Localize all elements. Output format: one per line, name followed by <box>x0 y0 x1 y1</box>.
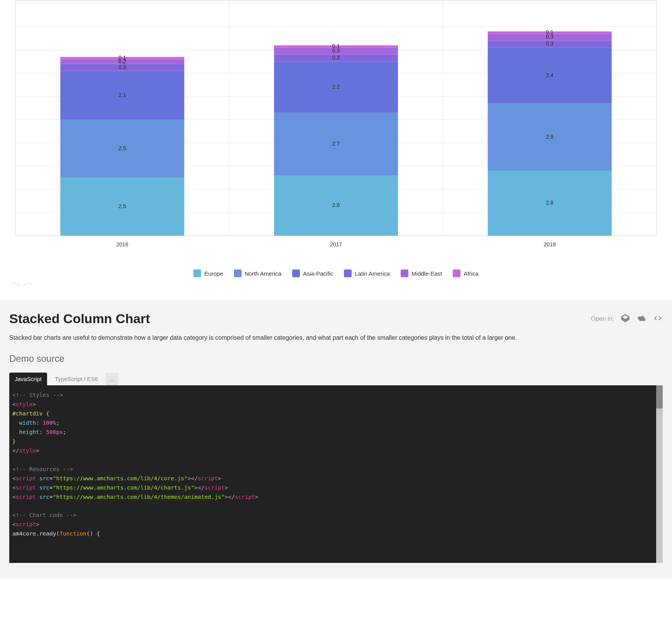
bar-value-label: 2.7 <box>332 141 340 147</box>
bar-value-label: 0.3 <box>118 64 126 70</box>
bar-value-label: 2.8 <box>546 200 554 206</box>
chart-svg: 2.52.52.10.30.20.120162.62.72.20.30.30.1… <box>12 0 660 263</box>
jsfiddle-icon[interactable] <box>636 313 647 325</box>
open-in-label: Open in: <box>591 315 614 322</box>
code-scrollthumb[interactable] <box>656 385 663 408</box>
legend-label: Middle-East <box>411 270 442 277</box>
legend-item[interactable]: Asia-Pacific <box>292 269 333 277</box>
chart-section: 2.52.52.10.30.20.120162.62.72.20.30.30.1… <box>0 0 672 300</box>
x-axis-label: 2018 <box>544 241 556 247</box>
bar-value-label: 0.1 <box>546 29 554 35</box>
bar-value-label: 2.4 <box>546 72 554 78</box>
legend-label: North America <box>245 270 281 277</box>
x-axis-label: 2017 <box>330 241 342 247</box>
tab-javascript[interactable]: JavaScript <box>9 373 47 385</box>
codepen-icon[interactable] <box>620 313 630 325</box>
chart-legend: EuropeNorth AmericaAsia-PacificLatin Ame… <box>12 269 660 277</box>
chart-description: Stacked bar charts are useful to demonst… <box>9 333 663 342</box>
bar-value-label: 0.3 <box>332 54 340 61</box>
legend-swatch <box>453 269 460 277</box>
open-in-bar: Open in: <box>591 313 663 325</box>
source-tabs: JavaScript TypeScript / ES6 ... <box>9 373 663 385</box>
legend-swatch <box>344 269 352 277</box>
legend-label: Europe <box>204 270 223 277</box>
info-section: Stacked Column Chart Open in: Stacked ba… <box>0 300 672 578</box>
legend-item[interactable]: North America <box>234 269 281 277</box>
legend-item[interactable]: Europe <box>193 269 223 277</box>
tab-typescript[interactable]: TypeScript / ES6 <box>49 373 103 385</box>
bar-value-label: 0.1 <box>332 43 340 49</box>
bar-value-label: 2.2 <box>332 84 340 90</box>
x-axis-label: 2016 <box>116 241 128 247</box>
legend-label: Asia-Pacific <box>303 270 333 277</box>
legend-swatch <box>292 269 300 277</box>
bar-value-label: 2.1 <box>118 92 126 98</box>
bar-value-label: 0.3 <box>546 41 554 47</box>
tab-more[interactable]: ... <box>106 373 118 385</box>
demo-source-heading: Demo source <box>9 353 663 364</box>
bar-value-label: 2.6 <box>332 202 340 208</box>
code-panel[interactable]: <!-- Styles --> <style> #chartdiv { widt… <box>9 385 663 563</box>
stacked-column-chart[interactable]: 2.52.52.10.30.20.120162.62.72.20.30.30.1… <box>12 0 660 263</box>
legend-item[interactable]: Latin America <box>344 269 390 277</box>
code-scrollbar[interactable] <box>656 385 663 563</box>
legend-item[interactable]: Middle-East <box>401 269 442 277</box>
legend-label: Africa <box>464 270 478 277</box>
source-code: <!-- Styles --> <style> #chartdiv { widt… <box>12 391 660 539</box>
amcharts-logo-icon[interactable] <box>12 280 660 288</box>
legend-swatch <box>193 269 201 277</box>
legend-swatch <box>234 269 242 277</box>
bar-value-label: 2.5 <box>118 203 126 209</box>
bar-value-label: 2.5 <box>118 145 126 151</box>
legend-label: Latin America <box>355 270 390 277</box>
legend-item[interactable]: Africa <box>453 269 478 277</box>
page-title: Stacked Column Chart <box>9 311 150 326</box>
code-icon[interactable] <box>653 313 663 325</box>
legend-swatch <box>401 269 408 277</box>
bar-value-label: 2.9 <box>546 134 554 140</box>
bar-value-label: 0.1 <box>118 54 126 61</box>
